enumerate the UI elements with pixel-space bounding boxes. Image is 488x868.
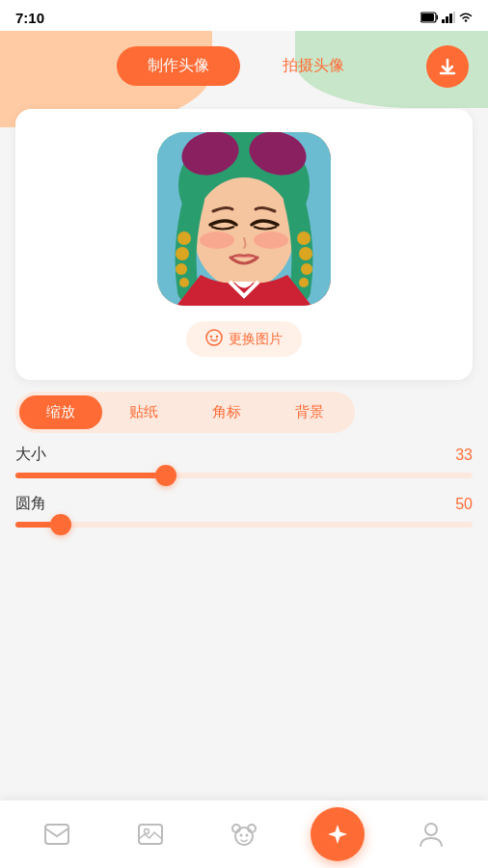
svg-point-26	[216, 336, 218, 338]
svg-point-22	[200, 231, 234, 249]
tabs-row: 缩放 贴纸 角标 背景	[15, 392, 355, 433]
svg-point-33	[240, 834, 243, 837]
nav-mail[interactable]	[10, 821, 103, 848]
status-time: 7:10	[15, 10, 44, 26]
svg-rect-28	[139, 825, 162, 844]
battery-icon	[420, 12, 438, 23]
status-bar: 7:10	[0, 0, 488, 31]
svg-rect-1	[437, 15, 439, 20]
tabs-section: 缩放 贴纸 角标 背景	[15, 392, 473, 433]
svg-point-24	[206, 330, 222, 345]
user-icon	[418, 821, 445, 848]
tab-sticker[interactable]: 贴纸	[102, 395, 185, 429]
size-slider-thumb	[155, 465, 176, 486]
svg-rect-3	[442, 19, 445, 23]
svg-rect-6	[453, 12, 455, 23]
bottom-nav	[0, 800, 488, 868]
corner-label-row: 圆角 50	[15, 494, 473, 514]
corner-slider-track	[15, 522, 473, 528]
svg-point-25	[210, 336, 212, 338]
size-label: 大小	[15, 445, 46, 465]
size-label-row: 大小 33	[15, 445, 473, 465]
corner-control-row: 圆角 50	[15, 494, 473, 528]
svg-point-30	[235, 827, 253, 845]
make-avatar-button[interactable]: 制作头像	[117, 46, 240, 86]
tab-zoom[interactable]: 缩放	[19, 395, 102, 429]
nav-bear[interactable]	[197, 821, 290, 848]
svg-rect-27	[45, 825, 68, 844]
download-icon	[438, 57, 457, 76]
size-value: 33	[455, 447, 473, 464]
download-button[interactable]	[426, 45, 469, 88]
center-icon	[326, 823, 349, 846]
svg-point-35	[425, 824, 437, 835]
mail-icon	[43, 821, 70, 848]
svg-point-23	[254, 231, 288, 249]
svg-point-14	[177, 231, 191, 245]
bear-icon	[230, 821, 258, 848]
svg-rect-2	[421, 14, 434, 21]
nav-center[interactable]	[291, 807, 385, 861]
svg-point-20	[301, 263, 312, 275]
corner-value: 50	[455, 496, 473, 513]
avatar-image	[157, 132, 331, 306]
smiley-icon	[205, 329, 223, 346]
tab-background[interactable]: 背景	[268, 395, 351, 429]
tab-badge[interactable]: 角标	[185, 395, 268, 429]
size-control-row: 大小 33	[15, 445, 473, 478]
main-card: 更换图片	[15, 109, 473, 380]
header: 制作头像 拍摄头像	[0, 31, 488, 101]
wifi-icon	[459, 12, 473, 23]
svg-point-34	[246, 834, 249, 837]
signal-icon	[442, 12, 455, 23]
svg-point-15	[176, 247, 189, 260]
svg-point-16	[176, 263, 187, 275]
size-slider-fill	[15, 473, 166, 478]
change-img-label: 更换图片	[229, 331, 283, 348]
svg-point-29	[144, 829, 149, 834]
status-icons	[420, 12, 473, 23]
change-img-icon	[205, 329, 223, 349]
svg-point-18	[297, 231, 311, 245]
nav-user[interactable]	[385, 821, 478, 848]
svg-point-17	[179, 278, 189, 287]
photo-icon	[137, 821, 164, 848]
corner-slider-thumb	[50, 514, 71, 535]
controls-section: 大小 33 圆角 50	[15, 445, 473, 528]
svg-rect-5	[449, 14, 452, 23]
shoot-avatar-button[interactable]: 拍摄头像	[256, 46, 371, 86]
avatar-container	[157, 132, 331, 306]
nav-photo[interactable]	[103, 821, 197, 848]
change-image-button[interactable]: 更换图片	[186, 321, 302, 357]
center-button[interactable]	[311, 807, 365, 861]
svg-point-21	[299, 278, 309, 287]
corner-label: 圆角	[15, 494, 46, 514]
svg-rect-4	[446, 16, 448, 23]
svg-point-19	[299, 247, 312, 260]
size-slider-track	[15, 473, 473, 478]
